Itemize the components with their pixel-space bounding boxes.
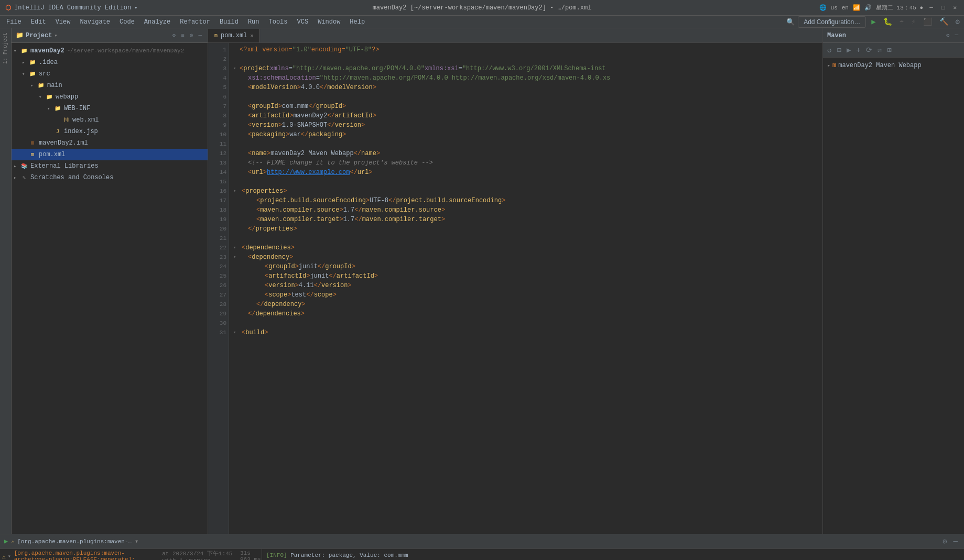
code-line-7: <groupId>com.mmm</groupId> [233,102,818,111]
maven-collapse-all-icon[interactable]: ⊟ [835,45,843,56]
menu-build[interactable]: Build [215,17,243,27]
tree-webinf-folder[interactable]: ▾ 📁 WEB-INF [12,103,208,114]
maven-show-diagram-icon[interactable]: ⊞ [885,45,893,56]
code-line-11 [233,139,818,149]
folder-icon: 📁 [16,31,24,39]
maven-refresh-icon[interactable]: ↺ [825,45,833,56]
maven-run-icon[interactable]: ▶ [844,45,853,56]
menu-bar: File Edit View Navigate Code Analyze Ref… [0,16,964,28]
project-header: 📁 Project ▾ ⚙ ≡ ⚙ ─ [12,28,208,43]
menu-edit[interactable]: Edit [27,17,50,27]
run-play-icon[interactable]: ▶ [4,537,8,545]
close-tab-icon[interactable]: ✕ [250,32,253,39]
coverage-button[interactable]: ☂ [897,16,906,27]
run-settings-icon[interactable]: ⚙ [940,536,949,547]
output-line-1: [INFO] Parameter: package, Value: com.mm… [266,551,960,559]
code-line-9: <version>1.0-SNAPSHOT</version> [233,120,818,130]
code-line-18: <maven.compiler.source>1.7</maven.compil… [233,205,818,215]
locale: en [842,5,849,11]
project-sidebar-tab[interactable]: 1: Project [2,30,9,66]
settings-gear-icon[interactable]: ⚙ [171,31,178,39]
project-title: 📁 Project ▾ [16,31,57,39]
maven-panel: Maven ⚙ ─ ↺ ⊟ ▶ + ⟳ ⇌ ⊞ ▸ m mavenDay2 Ma… [822,28,964,534]
tree-scratches[interactable]: ▸ ✎ Scratches and Consoles [12,172,208,183]
code-line-27: <scope>test</scope> [233,290,818,300]
menu-window[interactable]: Window [313,17,344,27]
code-line-14: <url>http://www.example.com</url> [233,168,818,177]
editor-content[interactable]: 12345 678910 1112131415 1617181920 21222… [208,43,822,534]
code-line-29: </dependencies> [233,309,818,319]
menu-tools[interactable]: Tools [265,17,292,27]
code-line-22: ▾ <dependencies> [233,243,818,252]
config-icon[interactable]: ⚙ [188,31,195,39]
run-output: [INFO] Parameter: package, Value: com.mm… [262,549,964,560]
run-close-icon[interactable]: ─ [951,536,960,547]
maven-project-item[interactable]: ▸ m mavenDay2 Maven Webapp [823,60,964,71]
maven-header: Maven ⚙ ─ [823,28,964,43]
code-line-21 [233,234,818,243]
tree-webapp-folder[interactable]: ▾ 📁 webapp [12,91,208,103]
network-icon: 🌐 [819,4,827,11]
menu-help[interactable]: Help [345,17,369,27]
app-icon: ⬡ [5,4,11,12]
maven-skip-tests-icon[interactable]: ⟳ [864,45,874,56]
search-icon[interactable]: 🔍 [786,18,795,26]
maven-settings-icon[interactable]: ⚙ [945,31,951,39]
menu-file[interactable]: File [2,17,26,27]
maven-add-icon[interactable]: + [854,45,862,56]
settings-icon[interactable]: ⚙ [954,16,962,27]
code-line-24: <groupId>junit</groupId> [233,262,818,271]
tree-main-folder[interactable]: ▾ 📁 main [12,80,208,91]
line-numbers: 12345 678910 1112131415 1617181920 21222… [208,43,229,534]
stop-button[interactable]: ⬛ [921,16,934,27]
code-line-12: <name>mavenDay2 Maven Webapp</name> [233,149,818,158]
run-chevron-icon[interactable]: ▾ [135,537,138,545]
code-line-1: <?xml version="1.0" encoding="UTF-8"?> [233,45,818,54]
menu-vcs[interactable]: VCS [293,17,313,27]
code-line-6 [233,92,818,102]
dropdown-icon[interactable]: ▾ [54,32,57,39]
menu-code[interactable]: Code [115,17,139,27]
volume-icon: 🔊 [864,4,872,11]
code-line-20: </properties> [233,224,818,234]
dropdown-icon[interactable]: ▾ [134,5,137,11]
title-bar-right: 🌐 us en 📶 🔊 星期二 13：45 ● ─ □ ✕ [819,4,959,12]
code-editor[interactable]: <?xml version="1.0" encoding="UTF-8"?> ▾… [229,43,822,534]
debug-button[interactable]: 🐛 [881,16,894,27]
code-line-15 [233,177,818,186]
code-line-10: <packaging>war</packaging> [233,130,818,139]
menu-analyze[interactable]: Analyze [140,17,175,27]
tree-root[interactable]: ▾ 📁 mavenDay2 ~/server-workspace/maven/m… [12,45,208,57]
profile-button[interactable]: ⚡ [909,16,917,27]
tree-webxml-file[interactable]: ▸ 𝕄 web.xml [12,114,208,126]
tree-external-libs[interactable]: ▸ 📚 External Libraries [12,160,208,172]
tree-indexjsp-file[interactable]: ▸ J index.jsp [12,126,208,137]
maven-tree: ▸ m mavenDay2 Maven Webapp [823,58,964,534]
add-configuration-button[interactable]: Add Configuration… [798,16,866,28]
maximize-btn[interactable]: □ [939,5,947,11]
tree-pomxml-file[interactable]: ▸ m pom.xml [12,149,208,160]
menu-refactor[interactable]: Refactor [176,17,214,27]
maven-toggle-icon[interactable]: ⇌ [875,45,884,56]
sort-icon[interactable]: ≡ [179,32,186,39]
menu-view[interactable]: View [51,17,75,27]
code-line-31: ▾ <build> [233,328,818,337]
code-line-30 [233,319,818,328]
window-title: mavenDay2 [~/server-workspace/maven/mave… [373,4,592,12]
code-line-2 [233,54,818,64]
code-line-16: ▾ <properties> [233,186,818,196]
tree-src-folder[interactable]: ▾ 📁 src [12,68,208,80]
menu-run[interactable]: Run [244,17,264,27]
run-build-header[interactable]: ⚠ ▾ [org.apache.maven.plugins:maven-arch… [0,551,262,560]
tree-idea-folder[interactable]: ▸ 📁 .idea [12,57,208,68]
collapse-icon[interactable]: ─ [197,32,203,39]
menu-navigate[interactable]: Navigate [75,17,114,27]
minimize-btn[interactable]: ─ [927,5,935,11]
build-project-button[interactable]: 🔨 [937,16,950,27]
tree-iml-file[interactable]: ▸ m mavenDay2.iml [12,137,208,149]
maven-collapse-icon[interactable]: ─ [953,31,960,39]
tab-pomxml[interactable]: m pom.xml ✕ [208,29,260,42]
run-button[interactable]: ▶ [869,16,878,27]
code-line-8: <artifactId>mavenDay2</artifactId> [233,111,818,120]
close-btn[interactable]: ✕ [951,4,959,11]
